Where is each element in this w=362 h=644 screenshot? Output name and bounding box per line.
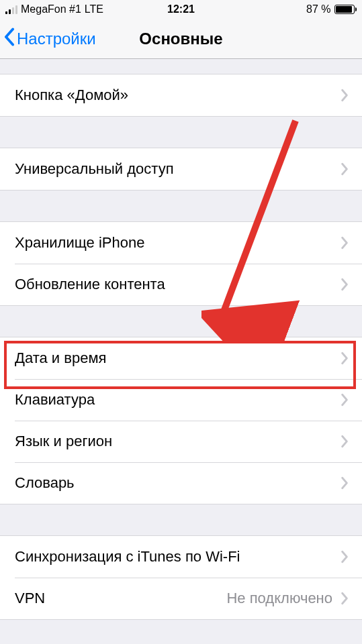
row-label: Словарь [15,474,341,492]
signal-strength-icon [5,5,17,14]
back-button[interactable]: Настройки [0,28,96,50]
row-date-time[interactable]: Дата и время [0,337,362,379]
row-dictionary[interactable]: Словарь [0,462,362,504]
row-language-region[interactable]: Язык и регион [0,421,362,462]
chevron-left-icon [4,28,15,50]
row-label: Обновление контента [15,276,341,293]
chevron-right-icon [341,393,349,407]
chevron-right-icon [341,592,349,605]
status-bar: MegaFon #1 LTE 12:21 87 % [0,0,362,19]
row-accessibility[interactable]: Универсальный доступ [0,148,362,190]
chevron-right-icon [341,352,349,365]
row-label: Синхронизация с iTunes по Wi-Fi [15,548,341,566]
chevron-right-icon [341,476,349,490]
network-type-label: LTE [85,3,103,15]
row-keyboard[interactable]: Клавиатура [0,379,362,421]
row-label: Кнопка «Домой» [15,87,341,104]
chevron-right-icon [341,89,349,102]
chevron-right-icon [341,278,349,291]
row-iphone-storage[interactable]: Хранилище iPhone [0,222,362,264]
chevron-right-icon [341,435,349,448]
row-home-button[interactable]: Кнопка «Домой» [0,74,362,116]
row-label: Язык и регион [15,433,341,450]
back-label: Настройки [17,30,96,48]
battery-icon [334,5,357,14]
row-label: Хранилище iPhone [15,234,341,252]
carrier-label: MegaFon #1 [21,3,81,15]
chevron-right-icon [341,162,349,176]
chevron-right-icon [341,550,349,564]
row-label: Дата и время [15,350,341,367]
row-itunes-wifi-sync[interactable]: Синхронизация с iTunes по Wi-Fi [0,536,362,578]
nav-header: Настройки Основные [0,19,362,59]
row-label: VPN [15,590,226,607]
row-label: Универсальный доступ [15,160,341,178]
row-vpn[interactable]: VPN Не подключено [0,578,362,619]
battery-percent-label: 87 % [306,3,330,15]
row-label: Клавиатура [15,391,341,409]
chevron-right-icon [341,236,349,250]
row-background-app-refresh[interactable]: Обновление контента [0,264,362,305]
row-value: Не подключено [226,590,332,607]
